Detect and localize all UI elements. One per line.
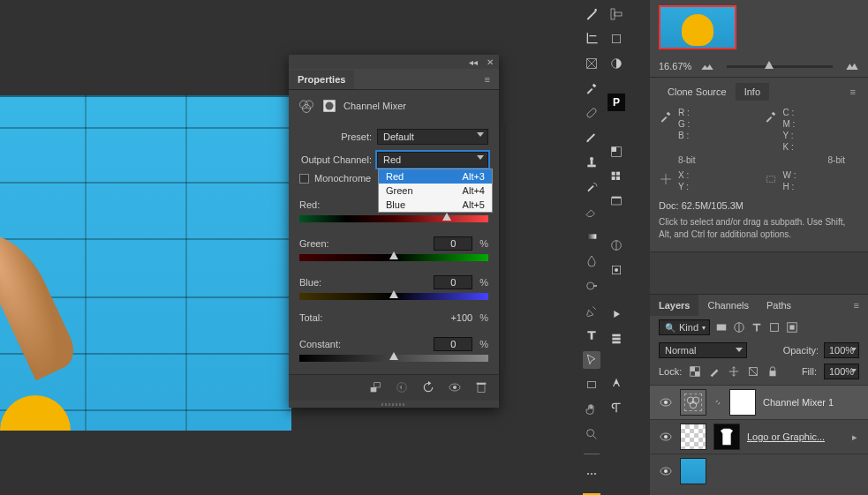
clip-to-layer-icon[interactable] — [368, 380, 382, 396]
swatches-panel-icon[interactable] — [608, 168, 625, 185]
color-panel-icon[interactable] — [608, 143, 625, 161]
panel-menu-icon[interactable]: ≡ — [847, 86, 859, 97]
properties-tab[interactable]: Properties — [289, 70, 354, 89]
blue-slider[interactable] — [299, 293, 488, 300]
output-option-red[interactable]: RedAlt+3 — [379, 169, 492, 184]
preset-dropdown[interactable]: Default — [377, 129, 488, 145]
blend-mode-dropdown[interactable]: Normal — [659, 342, 747, 358]
layer-filter-kind[interactable]: 🔍Kind▾ — [659, 319, 710, 335]
layer-item[interactable] — [650, 454, 868, 488]
output-option-green[interactable]: GreenAlt+4 — [379, 184, 492, 198]
green-slider[interactable] — [299, 254, 488, 261]
styles-panel-icon[interactable] — [608, 261, 625, 279]
filter-type-icon[interactable] — [751, 321, 763, 334]
panel-menu-icon[interactable]: ≡ — [845, 300, 868, 311]
path-select-tool-icon[interactable] — [583, 351, 600, 369]
brush-tool-icon[interactable] — [583, 129, 600, 146]
zoom-value[interactable]: 16.67% — [659, 61, 691, 71]
link-icon[interactable] — [713, 398, 722, 407]
red-slider[interactable] — [299, 215, 488, 222]
zoom-in-icon[interactable] — [845, 61, 859, 71]
dodge-tool-icon[interactable] — [583, 277, 600, 295]
layer-name[interactable]: Logo or Graphic... — [747, 431, 825, 442]
wand-tool-icon[interactable] — [583, 5, 600, 23]
healing-tool-icon[interactable] — [583, 104, 600, 122]
pen-tool-icon[interactable] — [583, 302, 600, 319]
actions-panel-icon[interactable] — [608, 305, 625, 323]
panel-scrollbar[interactable] — [501, 124, 506, 371]
stamp-tool-icon[interactable] — [583, 154, 600, 171]
blur-tool-icon[interactable] — [583, 252, 600, 270]
output-option-blue[interactable]: BlueAlt+5 — [379, 198, 492, 212]
character-panel-icon[interactable] — [608, 374, 625, 392]
adjustments-panel-icon[interactable] — [608, 236, 625, 254]
lock-artboard-icon[interactable] — [747, 365, 759, 378]
eyedropper-tool-icon[interactable] — [583, 79, 600, 97]
artboard-icon[interactable] — [608, 30, 625, 48]
layer-thumb[interactable] — [680, 458, 706, 484]
lock-position-icon[interactable] — [728, 365, 740, 378]
constant-slider[interactable] — [299, 355, 488, 362]
mask-icon[interactable] — [321, 97, 338, 115]
ruler-icon[interactable] — [608, 5, 625, 23]
blue-value-input[interactable] — [434, 275, 472, 289]
gradient-tool-icon[interactable] — [583, 228, 600, 245]
hand-tool-icon[interactable] — [583, 401, 600, 418]
lock-all-icon[interactable] — [766, 365, 779, 378]
resize-grip[interactable] — [289, 401, 499, 408]
type-tool-icon[interactable] — [583, 326, 600, 344]
eraser-tool-icon[interactable] — [583, 203, 600, 221]
history-panel-icon[interactable] — [608, 330, 625, 348]
caret-right-icon[interactable]: ▸ — [852, 431, 859, 443]
filter-shape-icon[interactable] — [768, 321, 781, 334]
monochrome-checkbox[interactable] — [299, 174, 309, 184]
filter-pixel-icon[interactable] — [715, 321, 728, 334]
edit-toolbar-icon[interactable] — [583, 465, 600, 483]
delete-icon[interactable] — [474, 380, 488, 396]
layer-name[interactable]: Channel Mixer 1 — [763, 397, 834, 408]
view-previous-icon[interactable] — [395, 380, 409, 396]
tab-channels[interactable]: Channels — [698, 295, 757, 316]
layer-channel-mixer[interactable]: Channel Mixer 1 — [650, 385, 868, 419]
libraries-panel-icon[interactable] — [608, 192, 625, 210]
zoom-tool-icon[interactable] — [583, 425, 600, 443]
history-brush-icon[interactable] — [583, 178, 600, 196]
layer-thumb[interactable] — [680, 424, 706, 450]
mask-thumb[interactable] — [713, 424, 740, 450]
constant-value-input[interactable] — [434, 337, 472, 351]
lock-transparent-icon[interactable] — [689, 365, 701, 378]
zoom-slider[interactable] — [727, 65, 833, 68]
output-channel-dropdown[interactable]: Red RedAlt+3 GreenAlt+4 BlueAlt+5 — [377, 152, 488, 168]
tab-clone-source[interactable]: Clone Source — [659, 83, 736, 101]
crop-tool-icon[interactable] — [583, 30, 600, 48]
adjustment-icon[interactable] — [608, 55, 625, 72]
reset-icon[interactable] — [421, 380, 435, 396]
opacity-field[interactable]: 100% — [824, 342, 859, 358]
patterns-icon[interactable]: P — [608, 94, 625, 111]
red-slider-label: Red: — [299, 199, 320, 210]
tab-info[interactable]: Info — [736, 83, 769, 101]
fill-field[interactable]: 100% — [824, 364, 859, 379]
tab-paths[interactable]: Paths — [758, 295, 800, 316]
lock-image-icon[interactable] — [708, 365, 721, 378]
zoom-out-icon[interactable] — [700, 61, 714, 71]
collapse-icon[interactable]: ◂◂ — [469, 57, 478, 67]
frame-tool-icon[interactable] — [583, 55, 600, 72]
paragraph-panel-icon[interactable] — [608, 399, 625, 416]
close-icon[interactable]: ✕ — [487, 57, 494, 67]
navigator-thumbnail[interactable] — [659, 5, 736, 49]
eye-icon[interactable] — [659, 464, 673, 478]
eye-icon[interactable] — [659, 430, 673, 444]
adjustment-thumb[interactable] — [680, 389, 706, 416]
panel-menu-icon[interactable]: ≡ — [476, 74, 499, 85]
filter-smart-icon[interactable] — [786, 321, 798, 334]
visibility-icon[interactable] — [448, 380, 462, 396]
rectangle-tool-icon[interactable] — [583, 376, 600, 394]
eye-icon[interactable] — [659, 395, 673, 409]
layer-logo-graphic[interactable]: Logo or Graphic... ▸ — [650, 419, 868, 454]
tab-layers[interactable]: Layers — [650, 295, 698, 316]
mask-thumb[interactable] — [729, 389, 756, 416]
green-value-input[interactable] — [434, 236, 472, 251]
filter-adjust-icon[interactable] — [733, 321, 745, 334]
canvas-image[interactable] — [0, 95, 291, 431]
